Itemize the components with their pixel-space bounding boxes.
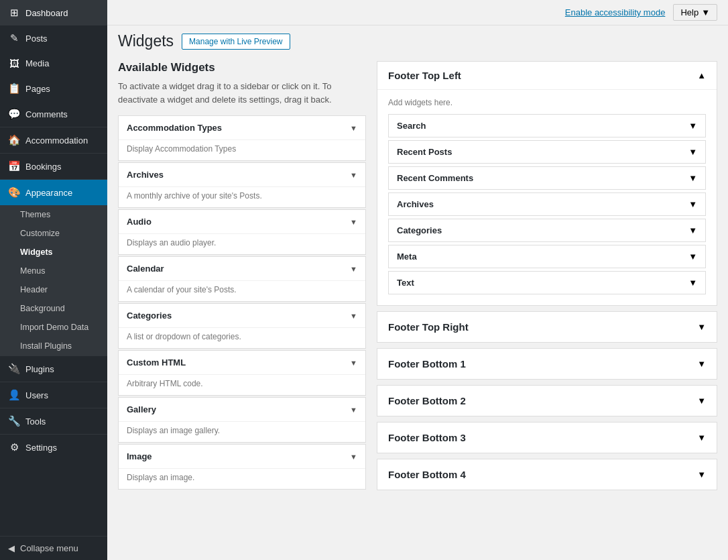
sidebar-sub-import-demo[interactable]: Import Demo Data (0, 318, 107, 337)
footer-top-right-header[interactable]: Footer Top Right ▼ (377, 312, 717, 342)
sidebar-item-appearance[interactable]: 🎨 Appearance (0, 180, 107, 205)
sidebar-item-label: Accommodation (25, 135, 88, 146)
help-chevron-icon: ▼ (701, 7, 710, 17)
sidebar-area-desc: Add widgets here. (388, 98, 706, 107)
dashboard-icon: ⊞ (8, 7, 20, 19)
footer-bottom-1-header[interactable]: Footer Bottom 1 ▼ (377, 349, 717, 379)
sidebar-item-label: Bookings (25, 162, 61, 172)
footer-bottom-2-area: Footer Bottom 2 ▼ (377, 385, 717, 416)
footer-top-left-area: Footer Top Left ▲ Add widgets here. Sear… (377, 61, 717, 306)
accessibility-mode-link[interactable]: Enable accessibility mode (565, 7, 666, 17)
chevron-down-icon: ▼ (697, 396, 706, 406)
chevron-down-icon: ▼ (697, 469, 706, 480)
chevron-down-icon: ▼ (688, 278, 697, 288)
widget-audio[interactable]: Audio ▼ Displays an audio player. (118, 209, 366, 255)
help-button[interactable]: Help ▼ (673, 4, 717, 21)
collapse-menu-button[interactable]: ◀ Collapse menu (0, 536, 107, 560)
widget-categories[interactable]: Categories ▼ A list or dropdown of categ… (118, 303, 366, 349)
widget-custom-html[interactable]: Custom HTML ▼ Arbitrary HTML code. (118, 350, 366, 396)
footer-top-left-header[interactable]: Footer Top Left ▲ (377, 62, 717, 89)
placed-widget-meta[interactable]: Meta ▼ (388, 245, 706, 268)
sidebar-item-label: Plugins (25, 364, 54, 374)
page-title: Widgets (118, 32, 174, 50)
chevron-down-icon: ▼ (350, 124, 357, 132)
widget-desc: A calendar of your site's Posts. (119, 280, 365, 301)
chevron-down-icon: ▼ (688, 173, 697, 183)
plugins-icon: 🔌 (8, 363, 20, 375)
bookings-icon: 📅 (8, 160, 20, 172)
chevron-down-icon: ▼ (350, 453, 357, 461)
sidebar-sub-widgets[interactable]: Widgets (0, 243, 107, 262)
widget-desc: Displays an audio player. (119, 233, 365, 254)
sidebar-areas-panel: Footer Top Left ▲ Add widgets here. Sear… (377, 61, 717, 549)
chevron-down-icon: ▼ (697, 359, 706, 369)
widget-desc: Displays an image. (119, 468, 365, 489)
page-header: Widgets Manage with Live Preview (107, 25, 728, 50)
collapse-menu-label: Collapse menu (20, 543, 78, 553)
placed-widget-recent-comments[interactable]: Recent Comments ▼ (388, 166, 706, 190)
widget-calendar[interactable]: Calendar ▼ A calendar of your site's Pos… (118, 256, 366, 302)
sidebar-item-label: Pages (25, 84, 50, 94)
sidebar-item-settings[interactable]: ⚙ Settings (0, 435, 107, 460)
widget-archives[interactable]: Archives ▼ A monthly archive of your sit… (118, 162, 366, 208)
available-widgets-heading: Available Widgets (118, 61, 366, 74)
placed-widget-recent-posts[interactable]: Recent Posts ▼ (388, 140, 706, 164)
chevron-down-icon: ▼ (697, 433, 706, 443)
widget-gallery[interactable]: Gallery ▼ Displays an image gallery. (118, 397, 366, 443)
widget-desc: Displays an image gallery. (119, 421, 365, 442)
live-preview-button[interactable]: Manage with Live Preview (182, 34, 290, 50)
appearance-icon: 🎨 (8, 186, 20, 199)
sidebar-item-plugins[interactable]: 🔌 Plugins (0, 356, 107, 382)
help-label: Help (680, 7, 699, 17)
sidebar-sub-customize[interactable]: Customize (0, 224, 107, 243)
sidebar-item-pages[interactable]: 📋 Pages (0, 76, 107, 101)
sidebar: ⊞ Dashboard ✎ Posts 🖼 Media 📋 Pages 💬 Co… (0, 0, 107, 560)
users-icon: 👤 (8, 389, 20, 401)
chevron-down-icon: ▼ (350, 171, 357, 179)
chevron-down-icon: ▼ (350, 265, 357, 273)
sidebar-item-media[interactable]: 🖼 Media (0, 51, 107, 76)
chevron-down-icon: ▼ (688, 199, 697, 209)
media-icon: 🖼 (8, 58, 20, 69)
posts-icon: ✎ (8, 32, 20, 44)
sidebar-item-users[interactable]: 👤 Users (0, 382, 107, 408)
chevron-down-icon: ▼ (688, 225, 697, 235)
sidebar-sub-background[interactable]: Background (0, 299, 107, 318)
sidebar-item-bookings[interactable]: 📅 Bookings (0, 154, 107, 179)
chevron-down-icon: ▼ (350, 218, 357, 226)
sidebar-item-comments[interactable]: 💬 Comments (0, 101, 107, 127)
sidebar-sub-menus[interactable]: Menus (0, 262, 107, 280)
sidebar-sub-install-plugins[interactable]: Install Plugins (0, 337, 107, 355)
widget-desc: Arbitrary HTML code. (119, 374, 365, 395)
sidebar-item-dashboard[interactable]: ⊞ Dashboard (0, 0, 107, 25)
pages-icon: 📋 (8, 82, 20, 95)
sidebar-item-accommodation[interactable]: 🏠 Accommodation (0, 127, 107, 153)
placed-widget-categories[interactable]: Categories ▼ (388, 219, 706, 242)
placed-widget-archives[interactable]: Archives ▼ (388, 192, 706, 216)
footer-bottom-3-header[interactable]: Footer Bottom 3 ▼ (377, 423, 717, 453)
sidebar-item-label: Settings (25, 443, 57, 453)
chevron-down-icon: ▼ (688, 251, 697, 262)
widget-desc: A monthly archive of your site's Posts. (119, 186, 365, 207)
tools-icon: 🔧 (8, 415, 20, 427)
sidebar-sub-themes[interactable]: Themes (0, 205, 107, 224)
sidebar-item-tools[interactable]: 🔧 Tools (0, 408, 107, 434)
widget-accommodation-types[interactable]: Accommodation Types ▼ Display Accommodat… (118, 115, 366, 161)
footer-bottom-3-area: Footer Bottom 3 ▼ (377, 422, 717, 453)
sidebar-item-label: Posts (25, 34, 48, 44)
widget-desc: A list or dropdown of categories. (119, 327, 365, 348)
sidebar-item-posts[interactable]: ✎ Posts (0, 25, 107, 51)
chevron-down-icon: ▼ (350, 406, 357, 414)
placed-widget-search[interactable]: Search ▼ (388, 114, 706, 137)
chevron-down-icon: ▼ (688, 147, 697, 157)
placed-widget-text[interactable]: Text ▼ (388, 271, 706, 294)
footer-bottom-4-header[interactable]: Footer Bottom 4 ▼ (377, 459, 717, 490)
widget-image[interactable]: Image ▼ Displays an image. (118, 444, 366, 490)
footer-bottom-2-header[interactable]: Footer Bottom 2 ▼ (377, 386, 717, 416)
sidebar-sub-header[interactable]: Header (0, 280, 107, 299)
widget-desc: Display Accommodation Types (119, 139, 365, 160)
available-widgets-description: To activate a widget drag it to a sideba… (118, 80, 366, 106)
available-widgets-panel: Available Widgets To activate a widget d… (118, 61, 366, 549)
chevron-down-icon: ▼ (697, 322, 706, 332)
sidebar-item-label: Comments (25, 109, 68, 119)
